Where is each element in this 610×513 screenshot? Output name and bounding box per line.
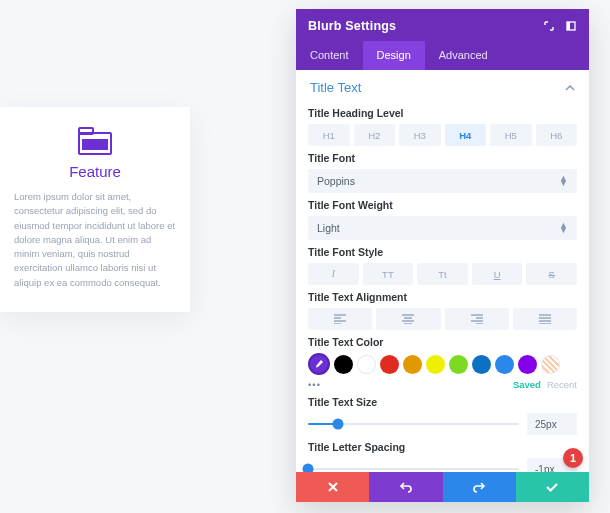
- style-italic[interactable]: I: [308, 263, 359, 285]
- heading-h1[interactable]: H1: [308, 124, 350, 146]
- close-icon: [327, 481, 339, 493]
- expand-icon[interactable]: [543, 20, 555, 32]
- notification-badge[interactable]: 1: [563, 448, 583, 468]
- heading-level-group: H1 H2 H3 H4 H5 H6: [308, 124, 577, 146]
- align-right[interactable]: [445, 308, 509, 330]
- swatch-transparent[interactable]: [541, 355, 560, 374]
- uppercase-icon: TT: [382, 269, 394, 280]
- swatch-yellow[interactable]: [426, 355, 445, 374]
- tab-advanced[interactable]: Advanced: [425, 41, 502, 70]
- preview-card: Feature Lorem ipsum dolor sit amet, cons…: [0, 107, 190, 312]
- letter-spacing-slider-row: -1px: [308, 458, 577, 472]
- svg-rect-4: [567, 22, 570, 30]
- more-colors-icon[interactable]: •••: [308, 379, 321, 390]
- style-titlecase[interactable]: Tt: [417, 263, 468, 285]
- underline-icon: U: [494, 269, 501, 280]
- panel-title: Blurb Settings: [308, 19, 396, 33]
- tab-content[interactable]: Content: [296, 41, 363, 70]
- align-right-icon: [471, 314, 483, 324]
- panel-tabs: Content Design Advanced: [296, 41, 589, 70]
- swatch-black[interactable]: [334, 355, 353, 374]
- letter-spacing-label: Title Letter Spacing: [308, 441, 577, 453]
- swatch-white[interactable]: [357, 355, 376, 374]
- align-justify[interactable]: [513, 308, 577, 330]
- recent-label: Recent: [547, 379, 577, 390]
- align-center[interactable]: [376, 308, 440, 330]
- font-weight-label: Title Font Weight: [308, 199, 577, 211]
- heading-h3[interactable]: H3: [399, 124, 441, 146]
- heading-level-label: Title Heading Level: [308, 107, 577, 119]
- title-font-label: Title Font: [308, 152, 577, 164]
- title-font-select[interactable]: Poppins ▲▼: [308, 169, 577, 193]
- eyedropper-icon: [314, 359, 324, 369]
- undo-button[interactable]: [369, 472, 442, 502]
- swatch-blue[interactable]: [472, 355, 491, 374]
- undo-icon: [399, 481, 413, 493]
- title-font-value: Poppins: [317, 175, 355, 187]
- font-weight-value: Light: [317, 222, 340, 234]
- slider-thumb[interactable]: [332, 419, 343, 430]
- redo-icon: [472, 481, 486, 493]
- saved-label: Saved: [513, 379, 541, 390]
- panel-body: Title Text Title Heading Level H1 H2 H3 …: [296, 70, 589, 472]
- color-swatch-row: [308, 353, 577, 375]
- text-color-label: Title Text Color: [308, 336, 577, 348]
- svg-rect-2: [82, 139, 108, 150]
- letter-spacing-slider[interactable]: [308, 462, 519, 472]
- align-left-icon: [334, 314, 346, 324]
- save-button[interactable]: [516, 472, 589, 502]
- snap-icon[interactable]: [565, 20, 577, 32]
- text-size-slider[interactable]: [308, 417, 519, 431]
- font-weight-select[interactable]: Light ▲▼: [308, 216, 577, 240]
- style-underline[interactable]: U: [472, 263, 523, 285]
- redo-button[interactable]: [443, 472, 516, 502]
- swatch-orange[interactable]: [403, 355, 422, 374]
- section-title-text: Title Text: [310, 80, 361, 95]
- blurb-settings-panel: Blurb Settings Content Design Advanced T…: [296, 9, 589, 502]
- heading-h6[interactable]: H6: [536, 124, 578, 146]
- italic-icon: I: [332, 269, 335, 279]
- panel-footer: [296, 472, 589, 502]
- folder-icon: [14, 127, 176, 155]
- slider-thumb[interactable]: [303, 464, 314, 473]
- text-size-slider-row: 25px: [308, 413, 577, 435]
- chevron-up-icon[interactable]: [565, 85, 575, 91]
- heading-h4[interactable]: H4: [445, 124, 487, 146]
- align-center-icon: [402, 314, 414, 324]
- select-arrows-icon: ▲▼: [559, 223, 568, 233]
- font-style-label: Title Font Style: [308, 246, 577, 258]
- align-left[interactable]: [308, 308, 372, 330]
- swatch-green[interactable]: [449, 355, 468, 374]
- style-uppercase[interactable]: TT: [363, 263, 414, 285]
- cancel-button[interactable]: [296, 472, 369, 502]
- align-justify-icon: [539, 314, 551, 324]
- panel-header: Blurb Settings Content Design Advanced: [296, 9, 589, 70]
- font-style-group: I TT Tt U S: [308, 263, 577, 285]
- style-strikethrough[interactable]: S: [526, 263, 577, 285]
- swatch-red[interactable]: [380, 355, 399, 374]
- alignment-group: [308, 308, 577, 330]
- check-icon: [545, 481, 559, 493]
- strikethrough-icon: S: [549, 269, 555, 280]
- text-size-value[interactable]: 25px: [527, 413, 577, 435]
- tab-design[interactable]: Design: [363, 41, 425, 70]
- swatch-lightblue[interactable]: [495, 355, 514, 374]
- alignment-label: Title Text Alignment: [308, 291, 577, 303]
- heading-h5[interactable]: H5: [490, 124, 532, 146]
- preview-title: Feature: [14, 163, 176, 180]
- text-size-label: Title Text Size: [308, 396, 577, 408]
- saved-recent-toggle[interactable]: SavedRecent: [513, 379, 577, 390]
- preview-body-text: Lorem ipsum dolor sit amet, consectetur …: [14, 190, 176, 290]
- color-picker-button[interactable]: [308, 353, 330, 375]
- select-arrows-icon: ▲▼: [559, 176, 568, 186]
- svg-rect-1: [79, 128, 93, 134]
- swatch-purple[interactable]: [518, 355, 537, 374]
- titlecase-icon: Tt: [438, 269, 446, 280]
- heading-h2[interactable]: H2: [354, 124, 396, 146]
